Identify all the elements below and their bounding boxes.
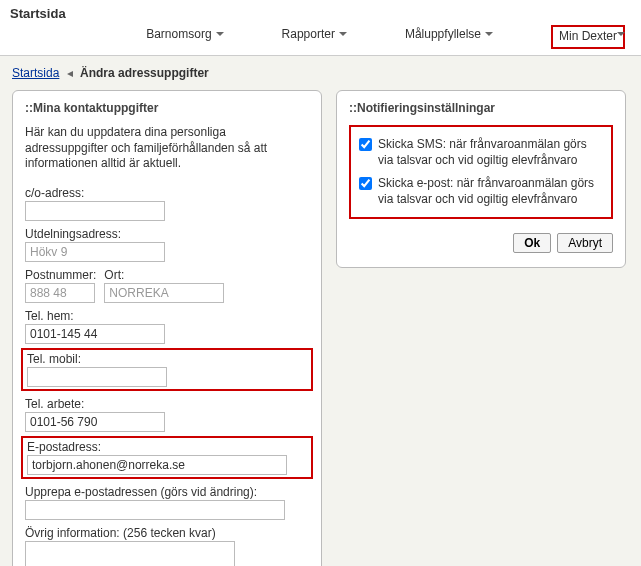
postnr-label: Postnummer: (25, 268, 96, 282)
sms-label: Skicka SMS: när frånvaroanmälan görs via… (378, 137, 603, 168)
ok-button[interactable]: Ok (513, 233, 551, 253)
email-notif-label: Skicka e-post: när frånvaroanmälan görs … (378, 176, 603, 207)
tab-min-dexter[interactable]: Min Dexter (551, 25, 625, 49)
breadcrumb-sep: ◂ (67, 66, 73, 80)
email-label: E-postadress: (27, 440, 307, 454)
notification-highlight-box: Skicka SMS: när frånvaroanmälan görs via… (349, 125, 613, 219)
breadcrumb-current: Ändra adressuppgifter (80, 66, 209, 80)
notification-panel-title: ::Notifieringsinställningar (349, 101, 613, 115)
contact-panel: ::Mina kontaktuppgifter Här kan du uppda… (12, 90, 322, 566)
email-checkbox[interactable] (359, 177, 372, 190)
telhem-label: Tel. hem: (25, 309, 309, 323)
contact-panel-title: ::Mina kontaktuppgifter (25, 101, 309, 115)
telmobil-input[interactable] (27, 367, 167, 387)
top-bar: Startsida Barnomsorg Rapporter Måluppfyl… (0, 0, 641, 56)
extra-label: Övrig information: (256 tecken kvar) (25, 526, 309, 540)
sms-checkbox[interactable] (359, 138, 372, 151)
tab-maluppfyllelse[interactable]: Måluppfyllelse (405, 27, 491, 49)
tab-barnomsorg[interactable]: Barnomsorg (146, 27, 221, 49)
telhem-input[interactable] (25, 324, 165, 344)
tab-rapporter[interactable]: Rapporter (282, 27, 345, 49)
page-title: Startsida (10, 6, 631, 23)
telmobil-label: Tel. mobil: (27, 352, 307, 366)
breadcrumb: Startsida ◂ Ändra adressuppgifter (0, 56, 641, 90)
co-input[interactable] (25, 201, 165, 221)
email-input[interactable] (27, 455, 287, 475)
breadcrumb-root[interactable]: Startsida (12, 66, 59, 80)
ort-label: Ort: (104, 268, 224, 282)
notif-cancel-button[interactable]: Avbryt (557, 233, 613, 253)
extra-textarea[interactable] (25, 541, 235, 566)
tab-strip: Barnomsorg Rapporter Måluppfyllelse Min … (10, 23, 631, 55)
utd-input[interactable] (25, 242, 165, 262)
notification-panel: ::Notifieringsinställningar Skicka SMS: … (336, 90, 626, 268)
email-repeat-input[interactable] (25, 500, 285, 520)
postnr-input[interactable] (25, 283, 95, 303)
utd-label: Utdelningsadress: (25, 227, 309, 241)
contact-intro: Här kan du uppdatera dina personliga adr… (25, 125, 309, 172)
co-label: c/o-adress: (25, 186, 309, 200)
telarb-label: Tel. arbete: (25, 397, 309, 411)
telarb-input[interactable] (25, 412, 165, 432)
email-repeat-label: Upprepa e-postadressen (görs vid ändring… (25, 485, 309, 499)
ort-input[interactable] (104, 283, 224, 303)
